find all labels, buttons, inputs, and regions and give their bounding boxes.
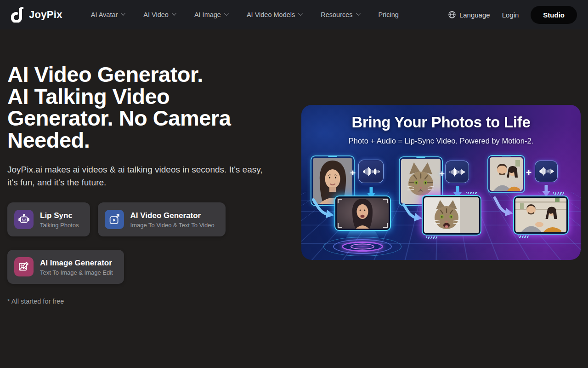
nav-item-label: AI Video Models	[247, 11, 295, 18]
nav-item-ai-avatar[interactable]: AI Avatar	[91, 11, 124, 18]
lip-sync-card[interactable]: Lip Sync Talking Photos	[7, 202, 90, 236]
nav-item-pricing[interactable]: Pricing	[379, 11, 399, 18]
chevron-down-icon	[121, 11, 125, 16]
chevron-down-icon	[356, 11, 361, 16]
card-subtitle: Talking Photos	[40, 222, 79, 229]
curved-arrow-icon	[492, 196, 514, 218]
nav-item-ai-video-models[interactable]: AI Video Models	[247, 11, 301, 18]
audio-waveform-icon	[358, 160, 384, 183]
feature-cards-row-1: Lip Sync Talking Photos AI Video Generat…	[7, 202, 294, 236]
globe-icon	[448, 11, 456, 19]
studio-button[interactable]: Studio	[531, 6, 577, 24]
feature-cards-row-2: AI Image Generator Text To Image & Image…	[7, 250, 294, 284]
image-edit-icon	[14, 257, 34, 276]
nav-item-label: AI Video	[143, 11, 169, 18]
ai-image-generator-card[interactable]: AI Image Generator Text To Image & Image…	[7, 250, 124, 284]
hero-description: JoyPix.ai makes ai videos & ai talking v…	[7, 163, 294, 189]
hud-corner	[338, 223, 342, 228]
card-title: Lip Sync	[40, 211, 79, 220]
card-subtitle: Image To Video & Text To Video	[130, 222, 215, 229]
dash-marks	[466, 192, 477, 194]
promo-banner: Bring Your Photos to Life Photo + Audio …	[301, 105, 581, 260]
nav-item-label: Resources	[321, 11, 352, 18]
nav-item-ai-image[interactable]: AI Image	[194, 11, 227, 18]
hero-section: AI Video Generator. AI Talking Video Gen…	[7, 63, 294, 305]
couple-photo	[487, 155, 525, 193]
card-text: AI Image Generator Text To Image & Image…	[40, 258, 113, 276]
nav-right: Language Login Studio	[448, 6, 577, 24]
holo-platform	[323, 236, 401, 257]
robot-icon	[14, 210, 34, 229]
language-label: Language	[459, 11, 490, 19]
promo-subtitle: Photo + Audio = Lip-Sync Video. Powered …	[301, 137, 581, 145]
nav-item-resources[interactable]: Resources	[321, 11, 359, 18]
video-generator-icon	[105, 210, 124, 229]
plus-icon: +	[350, 167, 356, 178]
card-text: AI Video Generator Image To Video & Text…	[130, 211, 215, 229]
chevron-down-icon	[224, 11, 229, 16]
hud-corner	[383, 223, 388, 228]
curved-arrow-icon	[310, 198, 334, 219]
card-text: Lip Sync Talking Photos	[40, 211, 79, 229]
lip-sync-result-woman	[334, 196, 391, 231]
nav-item-label: AI Avatar	[91, 11, 118, 18]
page-title: AI Video Generator. AI Talking Video Gen…	[7, 63, 294, 151]
plus-icon: +	[526, 167, 531, 178]
lip-sync-result-couple	[513, 196, 569, 235]
nav-items: AI Avatar AI Video AI Image AI Video Mod…	[91, 11, 399, 18]
audio-waveform-icon	[535, 161, 558, 182]
promo-title: Bring Your Photos to Life	[301, 114, 581, 131]
hud-corner	[338, 199, 342, 203]
navbar: JoyPix AI Avatar AI Video AI Image AI Vi…	[0, 0, 588, 29]
joypix-logo-icon	[11, 7, 25, 23]
chevron-down-icon	[172, 11, 176, 16]
plus-icon: +	[439, 168, 445, 179]
nav-item-label: Pricing	[379, 11, 399, 18]
dash-marks	[426, 236, 437, 239]
language-selector[interactable]: Language	[448, 11, 490, 19]
audio-waveform-icon	[445, 161, 469, 183]
card-title: AI Image Generator	[40, 258, 113, 268]
login-link[interactable]: Login	[502, 11, 519, 19]
dash-marks	[553, 192, 564, 195]
ai-video-generator-card[interactable]: AI Video Generator Image To Video & Text…	[98, 202, 226, 236]
card-title: AI Video Generator	[130, 211, 215, 220]
hud-corner	[383, 199, 388, 203]
curved-arrow-icon	[401, 203, 423, 222]
nav-item-ai-video[interactable]: AI Video	[143, 11, 175, 18]
dash-marks	[518, 236, 529, 238]
nav-item-label: AI Image	[194, 11, 221, 18]
brand-name: JoyPix	[29, 9, 62, 21]
chevron-down-icon	[298, 11, 303, 16]
free-footnote: * All started for free	[7, 298, 294, 305]
lip-sync-result-cat	[422, 195, 481, 236]
brand-logo[interactable]: JoyPix	[11, 7, 62, 23]
card-subtitle: Text To Image & Image Edit	[40, 269, 113, 276]
